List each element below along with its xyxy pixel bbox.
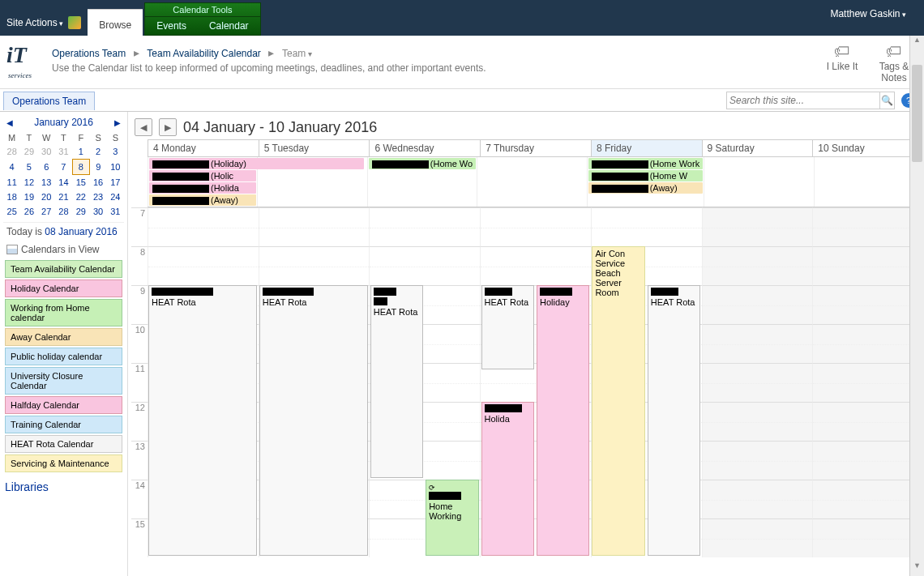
day-header[interactable]: 8 Friday	[592, 139, 703, 157]
calendar-overlay-item[interactable]: Holiday Calendar	[5, 279, 122, 297]
calendar-event[interactable]: HEAT Rota	[370, 285, 423, 478]
mini-cal-day[interactable]: 8	[72, 160, 89, 175]
mini-cal-day[interactable]: 9	[89, 160, 106, 175]
mini-cal-day[interactable]: 30	[89, 204, 106, 219]
day-header[interactable]: 6 Wednesday	[370, 139, 481, 157]
time-cell[interactable]	[703, 363, 814, 402]
search-button[interactable]: 🔍	[880, 92, 895, 109]
mini-cal-day[interactable]: 1	[72, 144, 89, 160]
calendars-in-view-header[interactable]: Calendars in View	[3, 241, 124, 258]
time-cell[interactable]	[592, 207, 703, 246]
allday-cell[interactable]: (Home Work(Home W(Away)	[588, 157, 705, 207]
mini-cal-day[interactable]: 29	[20, 144, 37, 160]
time-cell[interactable]	[813, 207, 924, 246]
breadcrumb-site[interactable]: Operations Team	[52, 48, 126, 59]
calendar-event[interactable]: ⟳Home Working	[426, 480, 478, 556]
calendar-event[interactable]: HEAT Rota	[648, 285, 700, 556]
month-title[interactable]: January 2016	[34, 117, 93, 128]
mini-cal-day[interactable]: 26	[20, 204, 37, 219]
mini-cal-day[interactable]: 11	[3, 175, 20, 190]
time-cell[interactable]	[703, 246, 814, 285]
mini-cal-day[interactable]: 4	[3, 160, 20, 175]
mini-cal-day[interactable]: 27	[38, 204, 55, 219]
mini-cal-day[interactable]: 3	[107, 144, 124, 160]
week-prev-button[interactable]: ◀	[135, 118, 152, 136]
calendar-overlay-item[interactable]: Servicing & Maintenance	[5, 454, 122, 472]
calendar-event[interactable]: Air Con Service Beach Server Room	[592, 246, 644, 556]
allday-cell[interactable]	[704, 157, 814, 207]
calendar-event[interactable]: HEAT Rota	[259, 285, 368, 556]
time-cell[interactable]	[703, 324, 814, 363]
allday-cell[interactable]: (Home Wo	[368, 157, 477, 207]
tab-events[interactable]: Events	[145, 17, 198, 35]
time-cell[interactable]	[813, 518, 924, 557]
allday-cell[interactable]	[258, 157, 367, 207]
time-cell[interactable]	[481, 207, 592, 246]
time-cell[interactable]	[703, 207, 814, 246]
allday-event[interactable]: (Holida	[149, 182, 256, 194]
allday-event[interactable]: (Home W	[588, 170, 704, 181]
mini-cal-day[interactable]: 19	[20, 190, 37, 204]
tab-calendar[interactable]: Calendar	[198, 17, 260, 35]
day-header[interactable]: 9 Saturday	[703, 139, 814, 157]
allday-cell[interactable]	[815, 157, 924, 207]
mini-cal-day[interactable]: 14	[55, 175, 72, 190]
time-cell[interactable]	[481, 246, 592, 285]
day-header[interactable]: 10 Sunday	[813, 139, 924, 157]
day-header[interactable]: 4 Monday	[148, 139, 259, 157]
mini-cal-day[interactable]: 2	[89, 144, 106, 160]
allday-cell[interactable]	[477, 157, 587, 207]
tab-browse[interactable]: Browse	[88, 9, 143, 36]
top-link-operations-team[interactable]: Operations Team	[3, 92, 95, 110]
i-like-it-button[interactable]: 🏷I Like It	[822, 42, 862, 72]
breadcrumb-list[interactable]: Team Availability Calendar	[147, 48, 261, 59]
calendar-overlay-item[interactable]: Working from Home calendar	[5, 299, 122, 326]
allday-event[interactable]: (Home Wo	[369, 158, 476, 169]
time-cell[interactable]	[703, 441, 814, 480]
mini-cal-day[interactable]: 21	[55, 190, 72, 204]
mini-cal-day[interactable]: 25	[3, 204, 20, 219]
mini-cal-day[interactable]: 18	[3, 190, 20, 204]
calendar-overlay-item[interactable]: Team Availability Calendar	[5, 260, 122, 278]
allday-event[interactable]: (Away)	[149, 194, 256, 206]
mini-cal-day[interactable]: 23	[89, 190, 106, 204]
time-cell[interactable]	[148, 207, 259, 246]
time-cell[interactable]	[703, 518, 814, 557]
allday-cell[interactable]: (Holiday)(Holic(Holida(Away)	[148, 157, 258, 207]
mini-cal-day[interactable]: 5	[20, 160, 37, 175]
calendar-overlay-item[interactable]: Public holiday calendar	[5, 348, 122, 365]
mini-cal-day[interactable]: 31	[107, 204, 124, 219]
allday-event[interactable]: (Holic	[149, 170, 256, 181]
mini-cal-day[interactable]: 17	[107, 175, 124, 190]
time-cell[interactable]	[813, 285, 924, 324]
mini-cal-day[interactable]: 7	[55, 160, 72, 175]
mini-cal-day[interactable]: 16	[89, 175, 106, 190]
time-cell[interactable]	[259, 207, 370, 246]
calendar-overlay-item[interactable]: Halfday Calendar	[5, 396, 122, 414]
mini-cal-day[interactable]: 12	[20, 175, 37, 190]
time-cell[interactable]	[259, 246, 370, 285]
time-cell[interactable]	[813, 246, 924, 285]
time-cell[interactable]	[703, 285, 814, 324]
mini-cal-day[interactable]: 20	[38, 190, 55, 204]
user-menu[interactable]: Matthew Gaskin	[830, 8, 906, 19]
time-cell[interactable]	[813, 402, 924, 441]
calendar-overlay-item[interactable]: HEAT Rota Calendar	[5, 435, 122, 453]
allday-event[interactable]: (Away)	[588, 182, 704, 194]
time-cell[interactable]	[813, 324, 924, 363]
breadcrumb-view[interactable]: Team	[282, 48, 312, 59]
time-cell[interactable]	[370, 207, 481, 246]
mini-cal-day[interactable]: 13	[38, 175, 55, 190]
calendar-overlay-item[interactable]: Away Calendar	[5, 328, 122, 346]
calendar-overlay-item[interactable]: Training Calendar	[5, 416, 122, 433]
calendar-event[interactable]: Holiday	[537, 285, 589, 556]
scrollbar[interactable]: ▲▼	[909, 36, 924, 576]
mini-cal-day[interactable]: 28	[3, 144, 20, 160]
calendar-event[interactable]: HEAT Rota	[148, 285, 257, 556]
mini-cal-day[interactable]: 15	[72, 175, 89, 190]
today-link[interactable]: Today is 08 January 2016	[3, 222, 124, 241]
allday-event[interactable]: (Home Work	[588, 158, 704, 169]
week-next-button[interactable]: ▶	[159, 118, 177, 136]
month-next-button[interactable]: ▶	[114, 118, 121, 127]
tags-notes-button[interactable]: 🏷Tags & Notes	[874, 42, 914, 83]
